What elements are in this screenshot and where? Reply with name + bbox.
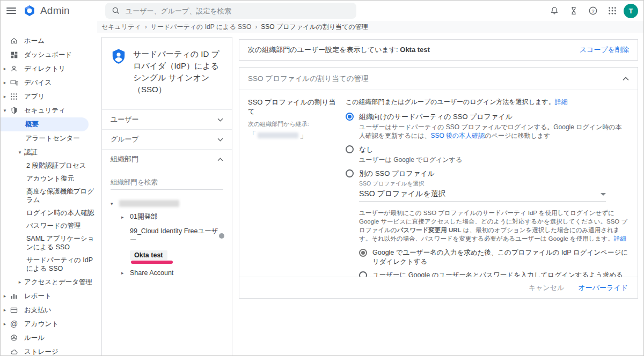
sidebar-item-saml-sso[interactable]: SAML アプリケーションによる SSO [1,232,97,254]
sub-option-google-password-label[interactable]: ユーザーに Google のユーザー名とパスワードを入力してログインするよう求め… [372,271,623,277]
apps-grid-button[interactable] [604,3,620,19]
card-footer: キャンセル オーバーライド [239,277,638,298]
at-sign-icon: @ [9,320,19,328]
expand-arrow-icon[interactable] [1,92,9,101]
option-another-profile-label[interactable]: 別の SSO プロファイル [359,169,435,178]
apps-icon [9,92,19,101]
sidebar-item-apps[interactable]: アプリ [1,90,97,103]
sidebar-item-login-challenges[interactable]: ログイン時の本人確認 [1,206,97,219]
sidebar-item-alert-center[interactable]: アラートセンター [1,131,97,145]
sidebar-item-authentication[interactable]: 認証 [1,145,97,159]
sidebar-item-access-data-control[interactable]: アクセスとデータ管理 [1,275,97,289]
expand-arrow-icon[interactable] [16,278,24,286]
sidebar-item-account[interactable]: @ アカウント [1,317,97,331]
sidebar-item-password-management[interactable]: パスワードの管理 [1,219,97,232]
post-sso-verification-link[interactable]: SSO 後の本人確認 [430,132,485,139]
selected-org-unit[interactable]: Okta test [130,250,167,260]
option-org-profile-label[interactable]: 組織向けのサードパーティの SSO プロファイル [359,112,627,121]
sidebar-item-billing[interactable]: お支払い [1,303,97,317]
card-section-title: SSO プロファイルの割り当ての管理 [248,74,368,84]
chevron-up-icon [217,158,223,161]
radio-unselected-icon[interactable] [346,169,354,177]
scope-org-name: Okta test [400,46,430,54]
option-none-desc: ユーザーは Google でログインする [359,155,462,164]
tree-row-okta-test[interactable]: Okta test [111,248,224,266]
sub-option-redirect-idp-label[interactable]: Google でユーザー名の入力を求めた後、このプロファイルの IdP ログイン… [372,248,629,266]
collapse-arrow-icon[interactable] [16,148,24,157]
expand-arrow-icon[interactable] [121,214,130,220]
home-icon [9,36,19,45]
admin-hexagon-icon [23,4,36,17]
inherited-from-label: 次の組織部門から継承: [248,120,340,128]
sso-assignment-card: SSO プロファイルの割り当ての管理 SSO プロファイルの割り当て 次の組織部… [239,67,638,299]
account-avatar[interactable]: T [624,4,638,18]
intro-learn-more-link[interactable]: 詳細 [555,98,568,106]
tree-row-dev[interactable]: 01開発部 [111,210,224,224]
cancel-button[interactable]: キャンセル [529,283,565,293]
expand-arrow-icon[interactable] [1,292,9,300]
search-input[interactable] [126,7,350,15]
notifications-button[interactable] [546,3,562,19]
breadcrumb-security[interactable]: セキュリティ [101,23,141,32]
collapse-arrow-icon[interactable] [1,106,9,115]
radio-unselected-icon[interactable] [346,145,354,153]
tree-row-share-account[interactable]: Share Account [111,266,224,279]
option-none: なし ユーザーは Google でログインする [346,145,629,164]
app-title: Admin [40,5,70,17]
expand-arrow-icon[interactable] [121,270,130,276]
devices-icon [9,78,19,87]
radio-selected-gray-icon[interactable] [359,249,367,257]
sidebar-item-dashboard[interactable]: ダッシュボード [1,48,97,62]
intro-text: この組織部門またはグループのユーザーのログイン方法を選択します。詳細 [346,98,629,107]
org-unit-search-input[interactable] [111,176,223,190]
para-learn-more-link[interactable]: 詳細 [614,235,626,242]
shield-icon [9,106,19,115]
google-admin-logo[interactable]: Admin [23,4,70,17]
sso-profile-select[interactable]: SSO プロファイルを選択 SSO プロファイルを選択 [359,180,606,202]
section-groups[interactable]: グループ [102,129,232,149]
scope-bar: 次の組織部門のユーザー設定を表示しています: Okta test スコープを削除 [239,39,638,61]
global-search[interactable] [105,3,356,19]
expand-arrow-icon[interactable] [1,320,9,328]
radio-unselected-icon[interactable] [359,271,367,277]
sidebar-item-security[interactable]: セキュリティ [1,103,97,117]
option-org-profile-desc: ユーザーはサードパーティの SSO プロファイルでログインする。Google ロ… [359,123,627,140]
bell-icon [550,6,559,16]
collapse-arrow-icon[interactable] [111,201,119,206]
help-icon: ? [588,6,598,16]
sidebar-item-directory[interactable]: ディレクトリ [1,62,97,76]
main-menu-button[interactable] [1,1,22,21]
sidebar-item-storage[interactable]: ストレージ [1,345,97,355]
expand-arrow-icon[interactable] [1,306,9,314]
sidebar-item-third-party-idp-sso[interactable]: サードパーティの IdP による SSO [1,254,97,275]
setting-options-column: この組織部門またはグループのユーザーのログイン方法を選択します。詳細 組織向けの… [346,98,629,277]
sidebar-item-reports[interactable]: レポート [1,289,97,303]
override-button[interactable]: オーバーライド [578,283,628,293]
sidebar-item-2sv[interactable]: 2 段階認証プロセス [1,159,97,172]
option-none-label[interactable]: なし [359,145,462,154]
sidebar-item-advanced-protection[interactable]: 高度な保護機能プログラム [1,185,97,206]
redacted-root-org-name [119,200,179,207]
sidebar-item-devices[interactable]: デバイス [1,76,97,90]
sidebar-item-security-overview[interactable]: 概要 [1,117,89,131]
org-unit-tree: 01開発部 99_Cloud Identity Freeユーザー Okta te… [102,192,232,279]
pending-tasks-button[interactable] [566,3,582,19]
sidebar-item-home[interactable]: ホーム [1,34,97,48]
tree-row-root[interactable] [111,197,224,210]
sidebar-item-rules[interactable]: ルール [1,331,97,345]
card-section-header[interactable]: SSO プロファイルの割り当ての管理 [239,68,638,90]
section-org-units[interactable]: 組織部門 [102,149,232,169]
radio-selected-icon[interactable] [346,113,354,121]
remove-scope-button[interactable]: スコープを削除 [580,45,629,55]
redacted-inherited-org [258,132,298,138]
sidebar-item-account-recovery[interactable]: アカウント復元 [1,172,97,185]
expand-arrow-icon[interactable] [1,64,9,73]
breadcrumb-third-party-sso[interactable]: サードパーティの IdP による SSO [151,23,252,32]
inherited-org-name: 「 」 [248,130,340,141]
sub-option-redirect-idp: Google でユーザー名の入力を求めた後、このプロファイルの IdP ログイン… [359,248,629,266]
help-button[interactable]: ? [585,3,601,19]
section-users[interactable]: ユーザー [102,109,232,129]
tree-row-cloud-identity[interactable]: 99_Cloud Identity Freeユーザー [111,224,224,248]
sso-scope-panel: サードパーティの ID プロバイダ（IdP）による シングル サインオン（SSO… [101,37,232,356]
expand-arrow-icon[interactable] [1,78,9,87]
